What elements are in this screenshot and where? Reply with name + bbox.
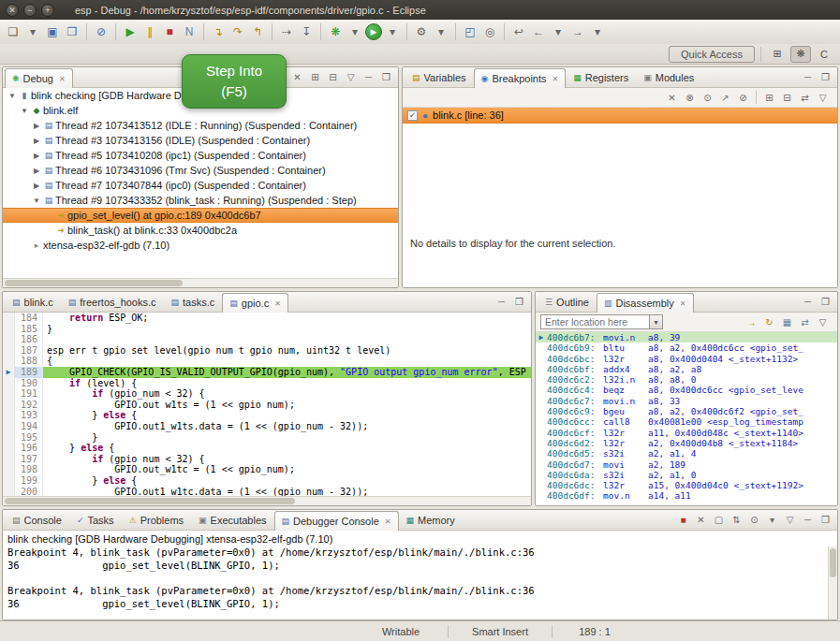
tab-debug[interactable]: ❋Debug✕ (5, 68, 73, 88)
tree-expander-icon[interactable]: ▼ (19, 107, 30, 115)
open-perspective-icon[interactable]: ⊞ (767, 46, 788, 63)
disconnect-icon[interactable]: N (180, 22, 199, 41)
debug-tree-item[interactable]: ▶▤Thread #3 1073413156 (IDLE) (Suspended… (3, 133, 398, 148)
debug-tree-item[interactable]: ▶▤Thread #2 1073413512 (IDLE : Running) … (3, 118, 398, 133)
maximize-icon[interactable]: ❐ (818, 69, 833, 85)
quick-access-button[interactable]: Quick Access (669, 46, 755, 63)
tab-problems[interactable]: ⚠Problems (122, 510, 192, 530)
view-menu-icon[interactable]: ▽ (782, 512, 798, 528)
close-tab-icon[interactable]: ✕ (553, 75, 559, 83)
code-text[interactable]: GPIO.out1_w1tc.data = (1 << (gpio_num - … (43, 487, 531, 497)
last-edit-location-icon[interactable]: ↩ (509, 22, 528, 41)
disassembly-line[interactable]: 400dc6c4:beqza8, 0x400dc6cc <gpio_set_le… (536, 385, 837, 395)
tab-memory[interactable]: ▦Memory (399, 510, 463, 530)
debug-dropdown-icon[interactable]: ▾ (346, 22, 364, 41)
close-tab-icon[interactable]: ✕ (59, 75, 66, 83)
tab-gpio-c[interactable]: ▤gpio.c✕ (222, 293, 288, 313)
minimize-button[interactable]: − (23, 4, 37, 17)
show-breakpoints-for-icon[interactable]: ⊙ (700, 90, 715, 106)
close-tab-icon[interactable]: ✕ (385, 517, 391, 526)
tab-freertos-hooks-c[interactable]: ▤freertos_hooks.c (61, 292, 164, 312)
code-text[interactable]: GPIO.out1_w1ts.data = (1 << (gpio_num - … (43, 421, 531, 432)
minimize-icon[interactable]: ─ (800, 512, 816, 528)
scroll-lock-icon[interactable]: ⇅ (729, 512, 744, 528)
maximize-icon[interactable]: ❐ (818, 512, 833, 528)
disassembly-line[interactable]: 400dc6dc:l32ra15, 0x400d04c0 <_stext+119… (536, 480, 837, 490)
code-text[interactable]: return ESP_OK; (43, 313, 531, 324)
status-insert-mode[interactable]: Smart Insert (458, 626, 542, 637)
goto-pc-icon[interactable]: → (744, 314, 759, 330)
debug-tree-item[interactable]: ▼▤Thread #9 1073433352 (blink_task : Run… (3, 193, 398, 208)
location-dropdown-icon[interactable]: ▾ (649, 314, 663, 329)
skip-all-breakpoints-icon[interactable]: ⊘ (735, 90, 751, 106)
debug-tree-item[interactable]: ➜blink_task() at blink.c:33 0x400dbc2a (3, 223, 398, 238)
debug-tree-item[interactable]: ▶▤Thread #5 1073410208 (ipc1) (Suspended… (3, 148, 398, 163)
disassembly-line[interactable]: 400dc6d7:movia2, 189 (536, 459, 837, 470)
close-tab-icon[interactable]: ✕ (274, 299, 281, 308)
suspend-icon[interactable]: ∥ (140, 22, 159, 41)
step-return-icon[interactable]: ↰ (248, 22, 267, 41)
console-vertical-scrollbar[interactable] (828, 546, 837, 619)
tree-expander-icon[interactable]: ▶ (31, 122, 42, 130)
debug-tree-item[interactable]: ▸xtensa-esp32-elf-gdb (7.10) (3, 238, 398, 253)
code-text[interactable]: GPIO_CHECK(GPIO_IS_VALID_OUTPUT_GPIO(gpi… (43, 367, 531, 378)
view-layout-icon[interactable]: ⊞ (307, 69, 323, 85)
remove-launch-icon[interactable]: ✕ (693, 512, 709, 528)
close-button[interactable]: ✕ (6, 4, 19, 17)
forward-icon[interactable]: → (568, 22, 587, 41)
debug-tree-item[interactable]: ➜gpio_set_level() at gpio.c:189 0x400dc6… (3, 208, 398, 223)
tab-blink-c[interactable]: ▤blink.c (5, 292, 61, 312)
cpp-perspective-button[interactable]: C (814, 46, 834, 63)
disassembly-line[interactable]: 400dc6c2:l32i.na8, a8, 0 (536, 374, 837, 385)
code-text[interactable]: } else { (43, 410, 531, 421)
code-text[interactable]: { (43, 356, 531, 367)
collapse-all-icon[interactable]: ⊟ (779, 90, 795, 106)
remove-all-breakpoints-icon[interactable]: ⊗ (682, 90, 698, 106)
remove-breakpoint-icon[interactable]: ✕ (664, 90, 680, 106)
view-menu-icon[interactable]: ▽ (815, 90, 831, 106)
tree-expander-icon[interactable]: ▶ (31, 182, 42, 190)
code-text[interactable]: } (43, 432, 531, 444)
minimize-icon[interactable]: ─ (361, 69, 376, 85)
disassembly-line[interactable]: 400dc6bc:l32ra8, 0x400d0404 <_stext+1132… (536, 354, 837, 364)
tab-debugger-console[interactable]: ▤Debugger Console✕ (274, 511, 399, 531)
tab-breakpoints[interactable]: ◉Breakpoints✕ (474, 68, 567, 88)
tree-expander-icon[interactable]: ▶ (31, 137, 42, 145)
debug-tree-item[interactable]: ▶▤Thread #7 1073407844 (ipc0) (Suspended… (3, 178, 398, 193)
breakpoint-checkbox[interactable]: ✓ (407, 110, 418, 121)
code-text[interactable]: if (gpio_num < 32) { (43, 454, 531, 465)
terminate-icon[interactable]: ■ (160, 22, 179, 41)
maximize-icon[interactable]: ❐ (818, 294, 833, 310)
link-with-debug-view-icon[interactable]: ⇄ (797, 90, 813, 106)
refresh-view-icon[interactable]: ↻ (761, 314, 777, 330)
close-tab-icon[interactable]: ✕ (680, 299, 686, 308)
tab-tasks-c[interactable]: ▤tasks.c (164, 292, 223, 312)
view-menu-icon[interactable]: ▽ (815, 314, 831, 330)
tab-outline[interactable]: ☰Outline (538, 292, 597, 312)
console-output[interactable]: Breakpoint 4, blink_task (pvParameter=0x… (3, 546, 837, 619)
disassembly-listing[interactable]: ▶400dc6b7:movi.na8, 39400dc6b9:bltua8, a… (536, 332, 837, 505)
location-input[interactable] (540, 314, 649, 329)
tab-modules[interactable]: ▣Modules (636, 67, 701, 87)
terminate-icon[interactable]: ■ (675, 512, 691, 528)
disassembly-line[interactable]: 400dc6d2:l32ra2, 0x400d04b8 <_stext+1184… (536, 438, 837, 448)
forward-dropdown-icon[interactable]: ▾ (588, 22, 607, 41)
save-all-icon[interactable]: ❐ (63, 22, 81, 41)
minimize-icon[interactable]: ─ (800, 69, 816, 85)
code-text[interactable]: } (43, 324, 531, 335)
disassembly-line[interactable]: 400dc6df:mov.na14, a11 (536, 490, 837, 501)
sync-selection-icon[interactable]: ⇄ (797, 314, 813, 330)
editor-horizontal-scrollbar[interactable] (3, 496, 531, 505)
expand-all-icon[interactable]: ⊞ (761, 90, 777, 106)
search-icon[interactable]: ◎ (480, 22, 499, 41)
debug-tree-item[interactable]: ▶▤Thread #6 1073431096 (Tmr Svc) (Suspen… (3, 163, 398, 178)
disassembly-line[interactable]: 400dc6da:s32ia2, a1, 0 (536, 470, 837, 480)
external-tools-icon[interactable]: ⚙ (412, 22, 431, 41)
code-text[interactable]: GPIO.out_w1ts = (1 << gpio_num); (43, 400, 531, 411)
disassembly-line[interactable]: 400dc6bf:addx4a8, a2, a8 (536, 364, 837, 374)
pin-console-icon[interactable]: ⊙ (746, 512, 762, 528)
new-wizard-icon[interactable]: ❏ (4, 22, 22, 41)
code-text[interactable]: } else { (43, 475, 531, 487)
resume-icon[interactable]: ▶ (121, 22, 140, 41)
tree-expander-icon[interactable]: ▶ (31, 152, 42, 160)
